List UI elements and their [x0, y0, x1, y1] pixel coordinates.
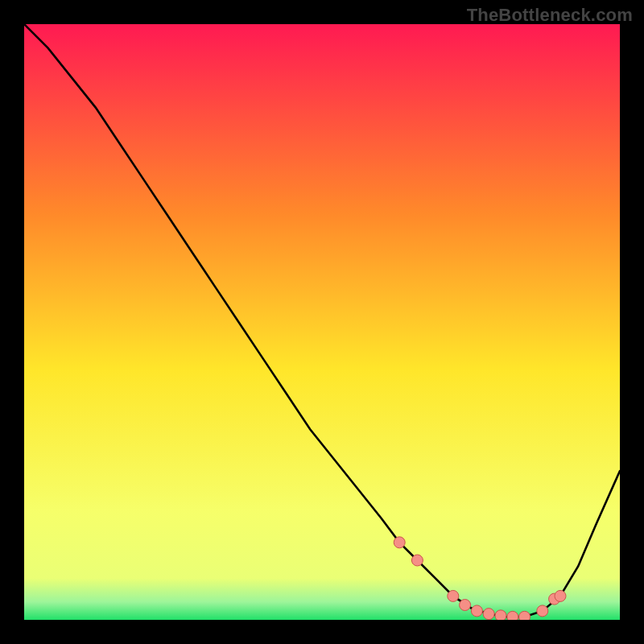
gradient-background [24, 24, 620, 620]
curve-marker [483, 609, 494, 620]
curve-marker [507, 611, 518, 620]
curve-marker [471, 605, 482, 617]
chart-svg [24, 24, 620, 620]
curve-marker [460, 600, 471, 611]
plot-area [24, 24, 620, 620]
curve-marker [537, 605, 548, 617]
curve-marker [394, 537, 405, 548]
curve-marker [519, 611, 530, 620]
curve-marker [448, 590, 459, 601]
chart-frame: TheBottleneck.com [0, 0, 644, 644]
curve-marker [555, 590, 566, 601]
curve-marker [411, 555, 423, 566]
curve-marker [495, 610, 506, 620]
watermark-label: TheBottleneck.com [467, 5, 633, 26]
